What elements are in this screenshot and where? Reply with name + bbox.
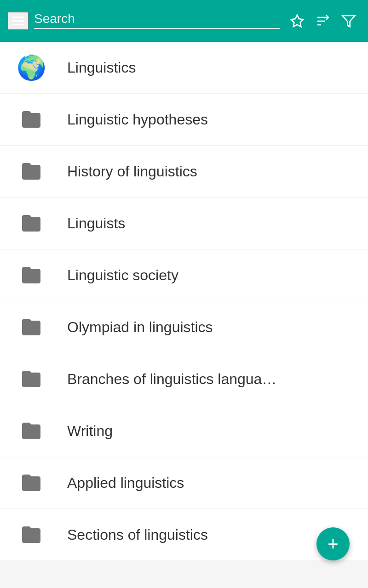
folder-icon — [18, 158, 44, 184]
list-item-label: History of linguistics — [67, 163, 197, 180]
folder-icon — [18, 107, 44, 132]
list-item[interactable]: Applied linguistics — [0, 457, 368, 509]
search-wrapper — [34, 10, 280, 33]
main-list: 🌍Linguistics Linguistic hypotheses Histo… — [0, 42, 368, 561]
globe-icon: 🌍 — [18, 55, 44, 80]
filter-button[interactable] — [337, 9, 361, 33]
folder-icon — [18, 470, 44, 496]
list-item[interactable]: Olympiad in linguistics — [0, 301, 368, 353]
list-item-label: Linguistic hypotheses — [67, 111, 208, 128]
folder-icon — [18, 210, 44, 236]
list-item[interactable]: Linguists — [0, 198, 368, 249]
list-item[interactable]: Linguistic hypotheses — [0, 94, 368, 146]
list-item-label: Writing — [67, 423, 113, 440]
svg-marker-0 — [291, 15, 304, 26]
search-input[interactable] — [34, 10, 280, 29]
app-header — [0, 0, 368, 42]
svg-marker-4 — [343, 16, 355, 27]
list-item-label: Linguistics — [67, 59, 136, 76]
header-actions — [285, 9, 361, 33]
list-item-label: Branches of linguistics langua… — [67, 371, 276, 388]
menu-button[interactable] — [7, 12, 29, 30]
folder-icon — [18, 418, 44, 444]
favorites-button[interactable] — [285, 9, 309, 33]
list-item-label: Sections of linguistics — [67, 526, 208, 543]
folder-icon — [18, 366, 44, 392]
list-item[interactable]: History of linguistics — [0, 146, 368, 198]
list-item-label: Applied linguistics — [67, 475, 184, 492]
folder-icon — [18, 262, 44, 288]
list-item[interactable]: Sections of linguistics — [0, 509, 368, 561]
list-item-label: Olympiad in linguistics — [67, 319, 213, 336]
sort-button[interactable] — [311, 9, 335, 33]
list-item-label: Linguists — [67, 215, 125, 232]
add-button[interactable]: + — [316, 527, 350, 560]
list-item[interactable]: 🌍Linguistics — [0, 42, 368, 94]
list-item-label: Linguistic society — [67, 267, 178, 284]
folder-icon — [18, 522, 44, 548]
list-item[interactable]: Writing — [0, 405, 368, 457]
list-item[interactable]: Linguistic society — [0, 249, 368, 301]
list-item[interactable]: Branches of linguistics langua… — [0, 353, 368, 405]
folder-icon — [18, 314, 44, 340]
